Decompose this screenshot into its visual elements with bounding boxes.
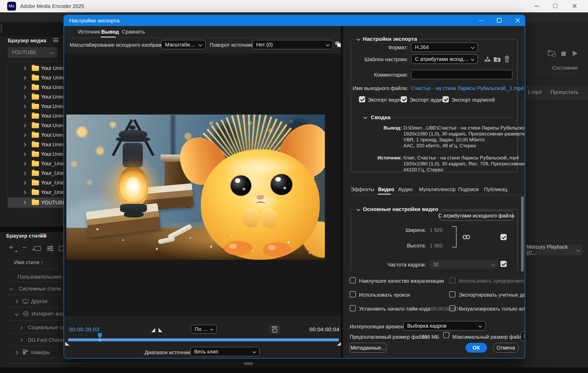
tree-row[interactable]: Your_Uninst bbox=[8, 159, 64, 168]
panel-grip[interactable] bbox=[1, 24, 2, 33]
tab-publish[interactable]: Публикац. bbox=[484, 187, 508, 192]
comments-input[interactable] bbox=[411, 70, 512, 79]
style-name-column-header[interactable]: Имя стиля ↑ bbox=[14, 260, 43, 265]
chevron-right-icon[interactable] bbox=[14, 300, 18, 303]
dialog-close-icon[interactable] bbox=[515, 18, 520, 23]
dialog-minimize-icon[interactable] bbox=[479, 20, 483, 21]
link-dimensions-icon[interactable] bbox=[462, 234, 471, 240]
framerate-select[interactable]: 30 bbox=[429, 260, 498, 269]
window-maximize-icon[interactable] bbox=[553, 4, 557, 8]
import-preset-icon[interactable] bbox=[493, 55, 501, 63]
window-close-icon[interactable] bbox=[572, 4, 577, 8]
tree-row[interactable]: Your.Uninsta bbox=[8, 102, 64, 111]
tree-row[interactable]: Your.Uninsta bbox=[8, 92, 64, 102]
match-source-button[interactable]: С атрибутами исходного файла bbox=[440, 211, 513, 221]
horizontal-scrollbar-thumb[interactable] bbox=[244, 362, 253, 365]
use-proxies-checkbox[interactable] bbox=[350, 291, 356, 297]
format-select[interactable]: H.264 bbox=[411, 43, 478, 52]
framerate-checkbox[interactable] bbox=[500, 261, 507, 267]
tree-row[interactable]: Your_Uninst bbox=[8, 188, 64, 197]
tree-row[interactable]: Your.Uninsta bbox=[8, 121, 64, 130]
export-captions-checkbox[interactable] bbox=[443, 96, 449, 102]
crop-button[interactable] bbox=[269, 324, 280, 334]
style-row-social[interactable]: Социальные сети bbox=[28, 325, 64, 330]
tab-compare[interactable]: Сравнить bbox=[122, 29, 145, 35]
tab-audio[interactable]: Аудио bbox=[398, 187, 413, 192]
tab-multiplexer[interactable]: Мультиплексор bbox=[419, 187, 456, 192]
export-preset-icon[interactable] bbox=[59, 246, 64, 251]
tree-row-selected[interactable]: YOUTUBE bbox=[8, 197, 64, 208]
tree-row[interactable]: Your_Uninst bbox=[8, 168, 64, 178]
delete-preset-icon[interactable] bbox=[504, 55, 510, 63]
max-size-input[interactable]: 0 bbox=[521, 331, 525, 341]
tree-row[interactable]: Your Uninsta bbox=[8, 63, 64, 73]
media-source-select[interactable]: YOUTUBE bbox=[8, 47, 57, 58]
ok-button[interactable]: ОК bbox=[465, 343, 487, 353]
style-row-dg-fast-channel[interactable]: DG Fast Channel bbox=[28, 337, 64, 343]
timeline-scrubber-track[interactable] bbox=[68, 338, 339, 342]
output-name-link[interactable]: Счастье - на стихи Ларисы Рубальской,_1.… bbox=[411, 85, 524, 91]
dialog-maximize-icon[interactable] bbox=[497, 18, 501, 23]
add-preset-button[interactable]: + bbox=[9, 243, 13, 252]
tree-row[interactable]: Your.Uninsta bbox=[8, 130, 64, 140]
add-output-icon[interactable] bbox=[548, 51, 555, 56]
tab-output[interactable]: Вывод bbox=[101, 29, 119, 35]
chevron-right-icon[interactable] bbox=[19, 326, 23, 330]
chevron-right-icon[interactable] bbox=[14, 351, 18, 354]
export-credentials-checkbox[interactable] bbox=[449, 291, 456, 297]
tree-row[interactable]: Your.Uninsta bbox=[8, 149, 64, 159]
export-audio-checkbox[interactable] bbox=[401, 96, 407, 102]
style-row-user[interactable]: Пользовательские сти bbox=[18, 274, 64, 280]
set-in-point-icon[interactable] bbox=[151, 328, 155, 332]
set-start-timecode-checkbox[interactable] bbox=[350, 305, 356, 311]
tab-captions[interactable]: Подписи bbox=[458, 187, 479, 192]
render-alpha-checkbox[interactable] bbox=[449, 305, 456, 311]
style-row-cameras[interactable]: Камеры bbox=[31, 350, 50, 355]
vertical-scrollbar-thumb[interactable] bbox=[521, 196, 524, 272]
chevron-down-icon[interactable] bbox=[9, 287, 13, 290]
style-browser-menu-icon[interactable] bbox=[40, 234, 45, 237]
horizontal-scrollbar-track[interactable] bbox=[7, 363, 253, 364]
lock-aspect-checkbox[interactable] bbox=[500, 234, 507, 240]
use-previews-checkbox[interactable] bbox=[449, 277, 456, 283]
style-row-system[interactable]: Системные стили bbox=[19, 286, 61, 292]
chevron-down-icon[interactable] bbox=[15, 312, 19, 316]
collapse-icon[interactable] bbox=[357, 37, 360, 41]
metadata-button[interactable]: Метаданные... bbox=[350, 343, 386, 353]
save-preset-icon[interactable] bbox=[484, 55, 491, 63]
best-quality-checkbox[interactable] bbox=[350, 277, 356, 283]
chevron-right-icon[interactable] bbox=[19, 338, 23, 342]
zoom-fit-select[interactable]: По р... bbox=[191, 325, 217, 334]
style-row-other[interactable]: Другое bbox=[31, 298, 48, 304]
style-row-internet-video[interactable]: Интернет-видео bbox=[32, 311, 64, 317]
remove-preset-button[interactable]: − bbox=[22, 243, 27, 252]
media-browser-menu-icon[interactable] bbox=[53, 38, 58, 42]
tree-row[interactable]: Your Uninsta bbox=[8, 73, 64, 83]
window-minimize-icon[interactable] bbox=[535, 6, 539, 6]
time-interpolation-select[interactable]: Выборка кадров bbox=[403, 321, 485, 330]
queue-item-row[interactable]: 1.mp4 Пропустить bbox=[525, 85, 588, 101]
cancel-button[interactable]: Отмена bbox=[493, 343, 519, 353]
tab-effects[interactable]: Эффекты bbox=[351, 187, 374, 192]
collapse-icon[interactable] bbox=[357, 207, 360, 211]
new-preset-group-icon[interactable] bbox=[34, 246, 41, 251]
rotation-select[interactable]: Нет (0) bbox=[252, 40, 333, 49]
pane-divider[interactable] bbox=[341, 26, 343, 359]
stop-queue-icon[interactable] bbox=[561, 52, 566, 56]
tree-row[interactable]: Your.Uninsta bbox=[8, 111, 64, 121]
preset-settings-icon[interactable] bbox=[47, 246, 53, 251]
start-queue-icon[interactable] bbox=[573, 51, 578, 56]
set-out-point-icon[interactable] bbox=[159, 328, 162, 332]
tree-row[interactable]: Your.Uninsta bbox=[8, 140, 64, 149]
preset-select[interactable]: С атрибутами исходного ... bbox=[411, 54, 478, 64]
source-range-select[interactable]: Весь клип bbox=[190, 347, 260, 356]
tab-video[interactable]: Видео bbox=[378, 187, 394, 192]
tree-row[interactable]: Your_Uninst bbox=[8, 178, 64, 188]
tab-source[interactable]: Источник bbox=[78, 29, 100, 35]
tree-row[interactable]: Your.Uninsta bbox=[8, 83, 64, 92]
max-size-checkbox[interactable] bbox=[443, 332, 449, 338]
add-preset-dropdown-icon[interactable] bbox=[15, 251, 18, 252]
export-video-checkbox[interactable] bbox=[359, 96, 365, 102]
scaling-select[interactable]: Масштабир. ... bbox=[161, 40, 206, 49]
renderer-select[interactable]: Mercury Playback (C... bbox=[524, 245, 583, 255]
